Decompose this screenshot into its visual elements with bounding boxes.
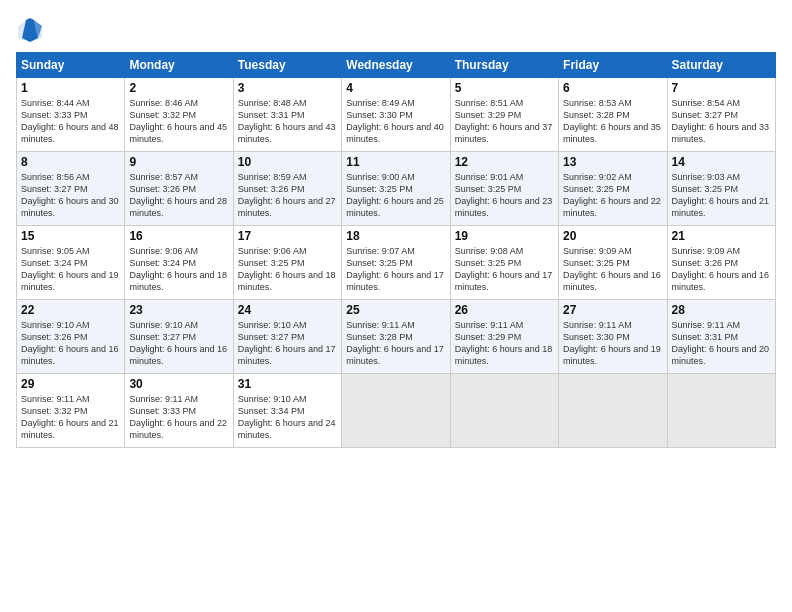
day-number: 21 bbox=[672, 229, 771, 243]
logo bbox=[16, 16, 48, 44]
cell-info: Sunrise: 9:11 AMSunset: 3:31 PMDaylight:… bbox=[672, 320, 770, 366]
weekday-header-friday: Friday bbox=[559, 53, 667, 78]
cell-info: Sunrise: 9:10 AMSunset: 3:34 PMDaylight:… bbox=[238, 394, 336, 440]
cell-info: Sunrise: 8:53 AMSunset: 3:28 PMDaylight:… bbox=[563, 98, 661, 144]
day-number: 12 bbox=[455, 155, 554, 169]
calendar-cell: 12Sunrise: 9:01 AMSunset: 3:25 PMDayligh… bbox=[450, 152, 558, 226]
weekday-header-saturday: Saturday bbox=[667, 53, 775, 78]
calendar-cell: 8Sunrise: 8:56 AMSunset: 3:27 PMDaylight… bbox=[17, 152, 125, 226]
calendar-week-row: 22Sunrise: 9:10 AMSunset: 3:26 PMDayligh… bbox=[17, 300, 776, 374]
day-number: 30 bbox=[129, 377, 228, 391]
weekday-header-sunday: Sunday bbox=[17, 53, 125, 78]
cell-info: Sunrise: 8:48 AMSunset: 3:31 PMDaylight:… bbox=[238, 98, 336, 144]
cell-info: Sunrise: 9:10 AMSunset: 3:26 PMDaylight:… bbox=[21, 320, 119, 366]
calendar-cell: 11Sunrise: 9:00 AMSunset: 3:25 PMDayligh… bbox=[342, 152, 450, 226]
cell-info: Sunrise: 9:10 AMSunset: 3:27 PMDaylight:… bbox=[238, 320, 336, 366]
calendar-cell: 18Sunrise: 9:07 AMSunset: 3:25 PMDayligh… bbox=[342, 226, 450, 300]
day-number: 15 bbox=[21, 229, 120, 243]
cell-info: Sunrise: 8:44 AMSunset: 3:33 PMDaylight:… bbox=[21, 98, 119, 144]
day-number: 4 bbox=[346, 81, 445, 95]
calendar-cell: 25Sunrise: 9:11 AMSunset: 3:28 PMDayligh… bbox=[342, 300, 450, 374]
cell-info: Sunrise: 9:06 AMSunset: 3:24 PMDaylight:… bbox=[129, 246, 227, 292]
calendar-cell: 14Sunrise: 9:03 AMSunset: 3:25 PMDayligh… bbox=[667, 152, 775, 226]
day-number: 28 bbox=[672, 303, 771, 317]
day-number: 10 bbox=[238, 155, 337, 169]
calendar-cell: 21Sunrise: 9:09 AMSunset: 3:26 PMDayligh… bbox=[667, 226, 775, 300]
calendar-cell: 27Sunrise: 9:11 AMSunset: 3:30 PMDayligh… bbox=[559, 300, 667, 374]
day-number: 11 bbox=[346, 155, 445, 169]
cell-info: Sunrise: 9:09 AMSunset: 3:25 PMDaylight:… bbox=[563, 246, 661, 292]
day-number: 16 bbox=[129, 229, 228, 243]
cell-info: Sunrise: 9:06 AMSunset: 3:25 PMDaylight:… bbox=[238, 246, 336, 292]
calendar-cell: 29Sunrise: 9:11 AMSunset: 3:32 PMDayligh… bbox=[17, 374, 125, 448]
day-number: 7 bbox=[672, 81, 771, 95]
day-number: 29 bbox=[21, 377, 120, 391]
calendar-cell: 26Sunrise: 9:11 AMSunset: 3:29 PMDayligh… bbox=[450, 300, 558, 374]
day-number: 22 bbox=[21, 303, 120, 317]
day-number: 2 bbox=[129, 81, 228, 95]
cell-info: Sunrise: 9:01 AMSunset: 3:25 PMDaylight:… bbox=[455, 172, 553, 218]
cell-info: Sunrise: 8:59 AMSunset: 3:26 PMDaylight:… bbox=[238, 172, 336, 218]
header bbox=[16, 12, 776, 44]
cell-info: Sunrise: 8:54 AMSunset: 3:27 PMDaylight:… bbox=[672, 98, 770, 144]
calendar-table: SundayMondayTuesdayWednesdayThursdayFrid… bbox=[16, 52, 776, 448]
calendar-cell: 6Sunrise: 8:53 AMSunset: 3:28 PMDaylight… bbox=[559, 78, 667, 152]
weekday-header-wednesday: Wednesday bbox=[342, 53, 450, 78]
cell-info: Sunrise: 9:00 AMSunset: 3:25 PMDaylight:… bbox=[346, 172, 444, 218]
calendar-cell bbox=[667, 374, 775, 448]
calendar-week-row: 1Sunrise: 8:44 AMSunset: 3:33 PMDaylight… bbox=[17, 78, 776, 152]
day-number: 19 bbox=[455, 229, 554, 243]
cell-info: Sunrise: 9:05 AMSunset: 3:24 PMDaylight:… bbox=[21, 246, 119, 292]
day-number: 31 bbox=[238, 377, 337, 391]
day-number: 20 bbox=[563, 229, 662, 243]
calendar-cell: 17Sunrise: 9:06 AMSunset: 3:25 PMDayligh… bbox=[233, 226, 341, 300]
weekday-header-row: SundayMondayTuesdayWednesdayThursdayFrid… bbox=[17, 53, 776, 78]
cell-info: Sunrise: 9:09 AMSunset: 3:26 PMDaylight:… bbox=[672, 246, 770, 292]
calendar-cell: 15Sunrise: 9:05 AMSunset: 3:24 PMDayligh… bbox=[17, 226, 125, 300]
calendar-cell: 30Sunrise: 9:11 AMSunset: 3:33 PMDayligh… bbox=[125, 374, 233, 448]
day-number: 27 bbox=[563, 303, 662, 317]
logo-icon bbox=[16, 16, 44, 44]
calendar-cell: 23Sunrise: 9:10 AMSunset: 3:27 PMDayligh… bbox=[125, 300, 233, 374]
cell-info: Sunrise: 9:10 AMSunset: 3:27 PMDaylight:… bbox=[129, 320, 227, 366]
day-number: 14 bbox=[672, 155, 771, 169]
calendar-cell: 31Sunrise: 9:10 AMSunset: 3:34 PMDayligh… bbox=[233, 374, 341, 448]
cell-info: Sunrise: 9:11 AMSunset: 3:29 PMDaylight:… bbox=[455, 320, 553, 366]
cell-info: Sunrise: 9:11 AMSunset: 3:32 PMDaylight:… bbox=[21, 394, 119, 440]
calendar-cell: 4Sunrise: 8:49 AMSunset: 3:30 PMDaylight… bbox=[342, 78, 450, 152]
day-number: 18 bbox=[346, 229, 445, 243]
calendar-cell: 3Sunrise: 8:48 AMSunset: 3:31 PMDaylight… bbox=[233, 78, 341, 152]
day-number: 3 bbox=[238, 81, 337, 95]
calendar-cell: 10Sunrise: 8:59 AMSunset: 3:26 PMDayligh… bbox=[233, 152, 341, 226]
day-number: 1 bbox=[21, 81, 120, 95]
day-number: 8 bbox=[21, 155, 120, 169]
calendar-cell: 20Sunrise: 9:09 AMSunset: 3:25 PMDayligh… bbox=[559, 226, 667, 300]
day-number: 23 bbox=[129, 303, 228, 317]
calendar-cell: 13Sunrise: 9:02 AMSunset: 3:25 PMDayligh… bbox=[559, 152, 667, 226]
day-number: 17 bbox=[238, 229, 337, 243]
calendar-cell bbox=[342, 374, 450, 448]
day-number: 5 bbox=[455, 81, 554, 95]
day-number: 6 bbox=[563, 81, 662, 95]
weekday-header-tuesday: Tuesday bbox=[233, 53, 341, 78]
day-number: 25 bbox=[346, 303, 445, 317]
day-number: 24 bbox=[238, 303, 337, 317]
day-number: 9 bbox=[129, 155, 228, 169]
calendar-cell: 5Sunrise: 8:51 AMSunset: 3:29 PMDaylight… bbox=[450, 78, 558, 152]
page: SundayMondayTuesdayWednesdayThursdayFrid… bbox=[0, 0, 792, 612]
weekday-header-monday: Monday bbox=[125, 53, 233, 78]
cell-info: Sunrise: 9:11 AMSunset: 3:30 PMDaylight:… bbox=[563, 320, 661, 366]
cell-info: Sunrise: 9:07 AMSunset: 3:25 PMDaylight:… bbox=[346, 246, 444, 292]
calendar-cell: 24Sunrise: 9:10 AMSunset: 3:27 PMDayligh… bbox=[233, 300, 341, 374]
calendar-cell: 9Sunrise: 8:57 AMSunset: 3:26 PMDaylight… bbox=[125, 152, 233, 226]
weekday-header-thursday: Thursday bbox=[450, 53, 558, 78]
cell-info: Sunrise: 9:11 AMSunset: 3:28 PMDaylight:… bbox=[346, 320, 444, 366]
cell-info: Sunrise: 9:03 AMSunset: 3:25 PMDaylight:… bbox=[672, 172, 770, 218]
calendar-cell: 1Sunrise: 8:44 AMSunset: 3:33 PMDaylight… bbox=[17, 78, 125, 152]
cell-info: Sunrise: 9:02 AMSunset: 3:25 PMDaylight:… bbox=[563, 172, 661, 218]
calendar-cell bbox=[450, 374, 558, 448]
calendar-cell bbox=[559, 374, 667, 448]
calendar-body: 1Sunrise: 8:44 AMSunset: 3:33 PMDaylight… bbox=[17, 78, 776, 448]
cell-info: Sunrise: 8:51 AMSunset: 3:29 PMDaylight:… bbox=[455, 98, 553, 144]
cell-info: Sunrise: 8:49 AMSunset: 3:30 PMDaylight:… bbox=[346, 98, 444, 144]
